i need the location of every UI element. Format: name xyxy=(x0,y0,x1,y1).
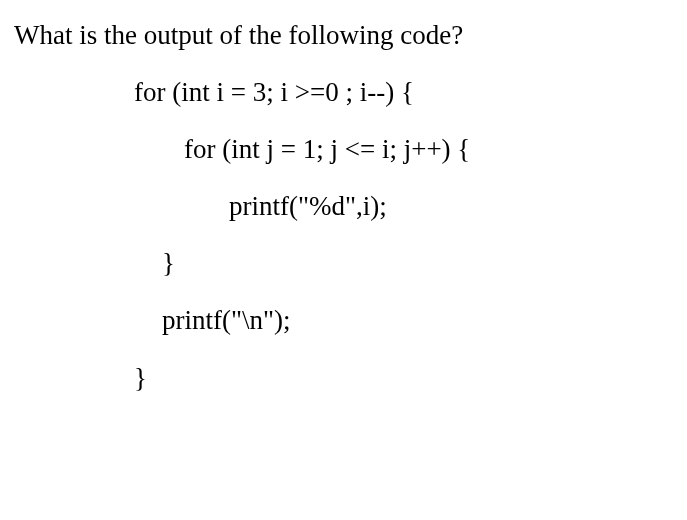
code-line-6: } xyxy=(134,361,673,396)
code-line-4: } xyxy=(134,246,673,281)
code-block: for (int i = 3; i >=0 ; i--) { for (int … xyxy=(14,75,673,396)
code-line-1: for (int i = 3; i >=0 ; i--) { xyxy=(134,75,673,110)
code-line-2: for (int j = 1; j <= i; j++) { xyxy=(134,132,673,167)
question-text: What is the output of the following code… xyxy=(14,18,673,53)
code-line-5: printf("\n"); xyxy=(134,303,673,338)
code-line-3: printf("%d",i); xyxy=(134,189,673,224)
